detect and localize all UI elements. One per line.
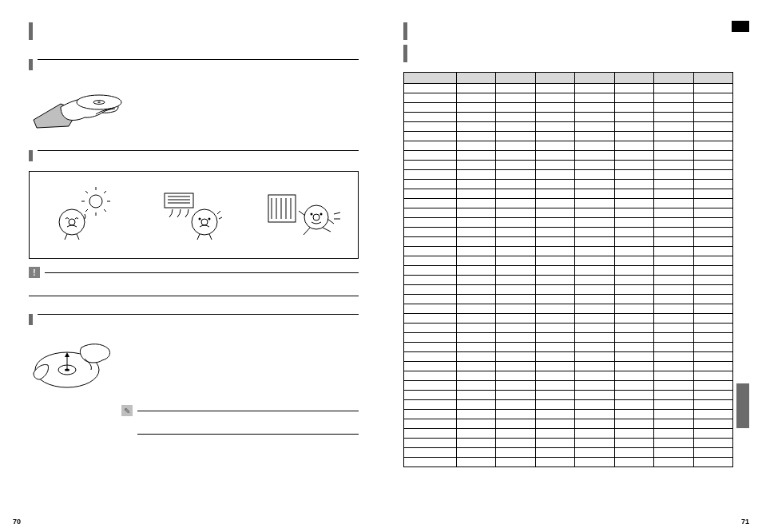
- table-row: [404, 132, 733, 141]
- table-cell: [496, 113, 535, 122]
- table-cell: [456, 410, 495, 419]
- table-cell: [614, 84, 653, 93]
- table-cell: [535, 429, 574, 439]
- table-cell: [654, 419, 693, 429]
- table-cell: [654, 132, 693, 141]
- table-cell: [496, 103, 535, 113]
- table-cell: [496, 180, 535, 189]
- table-cell: [535, 419, 574, 429]
- table-cell: [496, 161, 535, 170]
- table-cell: [693, 103, 732, 113]
- section-marker: [29, 314, 33, 325]
- page-left: !: [0, 0, 381, 532]
- table-cell: [693, 161, 732, 170]
- table-cell: [614, 343, 653, 352]
- table-cell: [404, 266, 457, 276]
- table-cell: [575, 343, 614, 352]
- table-cell: [654, 84, 693, 93]
- table-cell: [654, 448, 693, 458]
- table-row: [404, 256, 733, 266]
- table-cell: [496, 276, 535, 285]
- svg-line-26: [209, 234, 212, 240]
- table-cell: [404, 362, 457, 371]
- table-cell: [456, 237, 495, 247]
- table-cell: [456, 439, 495, 448]
- table-cell: [614, 458, 653, 467]
- table-cell: [535, 362, 574, 371]
- table-cell: [535, 381, 574, 391]
- table-cell: [614, 132, 653, 141]
- table-cell: [575, 410, 614, 419]
- table-row: [404, 324, 733, 333]
- table-cell: [575, 103, 614, 113]
- table-cell: [693, 266, 732, 276]
- table-cell: [535, 295, 574, 304]
- table-cell: [496, 141, 535, 151]
- table-cell: [575, 381, 614, 391]
- code-table: [403, 72, 733, 467]
- table-header-row: [404, 73, 733, 84]
- table-cell: [496, 314, 535, 324]
- table-cell: [404, 103, 457, 113]
- table-cell: [654, 189, 693, 199]
- table-cell: [404, 247, 457, 256]
- table-cell: [614, 199, 653, 208]
- table-cell: [575, 256, 614, 266]
- table-cell: [456, 103, 495, 113]
- table-cell: [654, 208, 693, 218]
- table-cell: [535, 400, 574, 410]
- table-cell: [575, 419, 614, 429]
- table-cell: [654, 256, 693, 266]
- table-cell: [575, 199, 614, 208]
- svg-point-38: [319, 213, 322, 216]
- table-cell: [614, 419, 653, 429]
- table-cell: [654, 113, 693, 122]
- table-cell: [404, 285, 457, 295]
- table-cell: [654, 218, 693, 228]
- table-cell: [575, 429, 614, 439]
- svg-point-3: [97, 101, 101, 103]
- table-cell: [693, 247, 732, 256]
- table-row: [404, 103, 733, 113]
- table-cell: [456, 180, 495, 189]
- illustration-clean-disc: [29, 332, 359, 394]
- table-row: [404, 208, 733, 218]
- table-cell: [654, 343, 693, 352]
- caution-heater: [139, 172, 248, 258]
- table-cell: [693, 113, 732, 122]
- table-cell: [575, 295, 614, 304]
- table-cell: [404, 276, 457, 285]
- table-cell: [614, 218, 653, 228]
- table-cell: [496, 400, 535, 410]
- table-cell: [404, 237, 457, 247]
- section-handling: [29, 59, 359, 136]
- table-cell: [496, 218, 535, 228]
- table-cell: [693, 429, 732, 439]
- note-rule: [29, 296, 359, 296]
- table-cell: [614, 362, 653, 371]
- table-cell: [654, 458, 693, 467]
- table-cell: [456, 266, 495, 276]
- table-cell: [693, 400, 732, 410]
- table-cell: [654, 362, 693, 371]
- svg-point-24: [208, 218, 210, 220]
- svg-point-23: [198, 218, 200, 220]
- table-cell: [614, 276, 653, 285]
- table-cell: [456, 132, 495, 141]
- table-cell: [456, 151, 495, 161]
- caution-humidity: [248, 172, 358, 258]
- table-cell: [693, 381, 732, 391]
- table-row: [404, 333, 733, 343]
- table-cell: [575, 93, 614, 103]
- note-rule: [137, 434, 359, 435]
- table-cell: [404, 391, 457, 400]
- section-rule: [38, 59, 359, 60]
- table-cell: [693, 352, 732, 362]
- table-cell: [614, 113, 653, 122]
- svg-line-10: [104, 191, 106, 193]
- table-cell: [404, 161, 457, 170]
- table-cell: [614, 391, 653, 400]
- table-cell: [535, 237, 574, 247]
- table-row: [404, 419, 733, 429]
- table-cell: [496, 304, 535, 314]
